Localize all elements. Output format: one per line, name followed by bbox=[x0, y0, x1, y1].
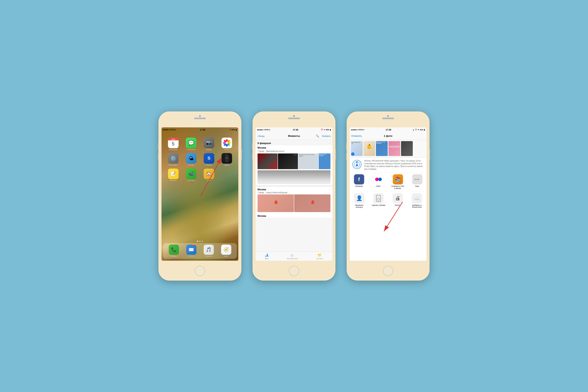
battery-2: 55% bbox=[326, 129, 329, 131]
airdrop-icon bbox=[352, 160, 362, 169]
music-app-icon: 🎵 bbox=[204, 244, 214, 255]
baby-emoji: 👶 bbox=[364, 144, 375, 150]
battery-icon: ▮ bbox=[236, 129, 237, 131]
signal-dots bbox=[163, 129, 170, 130]
cancel-button[interactable]: Отменить bbox=[351, 135, 362, 138]
dot-1 bbox=[197, 241, 198, 242]
share-flickr[interactable]: Flickr bbox=[372, 174, 385, 190]
text-overlay: Некоторые из тех, про тех, Такие найдены… bbox=[298, 154, 318, 157]
photo-thumb-1[interactable] bbox=[258, 154, 278, 169]
safari-label: Safari bbox=[224, 256, 228, 257]
tab-memories[interactable]: ▷ Воспоминания bbox=[287, 253, 298, 260]
home-button-1[interactable] bbox=[195, 266, 205, 276]
app-photos[interactable]: Фото bbox=[220, 138, 234, 151]
vol-up-btn[interactable] bbox=[158, 143, 159, 150]
battery-pct: 55% bbox=[232, 129, 235, 131]
messages-icon: 💬 bbox=[186, 138, 196, 148]
phone-2: YOTA ▾ 17:28 ⏰ ✦ 55% ▮ ‹ Назад Моменты bbox=[253, 112, 335, 280]
dock-mail[interactable]: ✉️ 25 340 Почта bbox=[185, 244, 198, 257]
tab-albums[interactable]: 📁 Альбомы bbox=[316, 253, 323, 260]
app-weather[interactable]: 🌤 Погода bbox=[184, 153, 198, 166]
rosegold-2[interactable]: 🍎 bbox=[294, 194, 330, 212]
home-label: Дом bbox=[207, 180, 210, 182]
action-wallpaper[interactable]: Сделать обоями bbox=[372, 193, 385, 208]
music-label: Музыка bbox=[206, 256, 212, 257]
section-chevron: › bbox=[330, 142, 330, 145]
select-button[interactable]: Выбрать bbox=[322, 135, 331, 137]
battery-3: 51% bbox=[420, 129, 423, 131]
app-settings[interactable]: ⚙️ Настройки bbox=[166, 153, 180, 166]
status-right-2: ⏰ ✦ 55% ▮ bbox=[321, 129, 331, 131]
time-2: 17:28 bbox=[293, 128, 298, 131]
search-icon-2[interactable]: 🔍 bbox=[316, 134, 319, 138]
photos-content: 6 февраля › Москва › 7 февр. · Дмитровск… bbox=[256, 140, 332, 252]
weather-icon: 🌤 bbox=[186, 153, 196, 164]
action-contact[interactable]: 👤 Присвоить контакту bbox=[352, 193, 366, 208]
vol-up-btn-2[interactable] bbox=[252, 143, 253, 150]
mail-badge: 25 340 bbox=[192, 244, 196, 246]
dock-safari[interactable]: 🧭 Safari bbox=[220, 244, 232, 257]
photo-thumb-2[interactable]: iPhone bbox=[278, 154, 298, 169]
print-icon: 🖨 bbox=[392, 193, 403, 204]
vol-up-btn-3[interactable] bbox=[346, 143, 347, 150]
app-messages[interactable]: 💬 Сообщения bbox=[184, 138, 198, 151]
calendar-icon: среда 5 bbox=[168, 138, 178, 148]
strip-thumb-3[interactable]: Welcome to our Breakfast bbox=[376, 141, 388, 156]
photo-strip: Некоторые из тех ✓ 👶 Welcome to our Brea… bbox=[350, 140, 426, 158]
action-print[interactable]: 🖨 Печать bbox=[391, 193, 404, 208]
shazam-icon: S bbox=[204, 153, 214, 164]
app-calendar[interactable]: среда 5 Календарь bbox=[166, 138, 180, 151]
facebook-icon: f bbox=[354, 174, 364, 184]
loc-sub-2: 7 февр. · улица Новослободская bbox=[256, 192, 332, 194]
strip-thumb-4[interactable]: АЮБАЮ bbox=[388, 141, 400, 156]
home-button-3[interactable] bbox=[383, 266, 393, 276]
share-ibooks[interactable]: 📚 Сохранить PDF в iBooks bbox=[391, 174, 405, 190]
screen-1: YOTA ▾ 17:26 ✦ 55% ▮ среда bbox=[162, 128, 238, 261]
share-more[interactable]: ••• Еще bbox=[410, 174, 424, 190]
action-icloud[interactable]: ☁️ Добавить в iCloud Drive bbox=[410, 193, 424, 208]
app-row-3: 📝 Заметки 📹 FaceTime 🏠 bbox=[164, 168, 236, 182]
share-facebook[interactable]: f Facebook bbox=[352, 174, 366, 190]
cal-header: среда bbox=[168, 138, 178, 140]
photo-thumb-3[interactable]: Некоторые из тех, про тех, Такие найдены… bbox=[298, 154, 318, 169]
power-btn[interactable] bbox=[241, 149, 242, 160]
photo-thumb-4[interactable]: Welcome to our Breakfast bbox=[319, 154, 330, 169]
app-empty-slot bbox=[220, 168, 234, 182]
airdrop-description: AirDrop. Мгновенный обмен данными с теми… bbox=[364, 160, 424, 170]
strip-thumb-1[interactable]: Некоторые из тех ✓ bbox=[351, 141, 362, 156]
power-btn-3[interactable] bbox=[429, 149, 430, 160]
power-btn-2[interactable] bbox=[335, 149, 336, 160]
snow-photo[interactable] bbox=[258, 170, 330, 184]
albums-tab-label: Альбомы bbox=[316, 258, 323, 260]
loc-header-1: Москва › bbox=[256, 146, 332, 150]
calendar-label: Календарь bbox=[169, 149, 178, 151]
section-3: Москва bbox=[256, 213, 332, 218]
mail-app-icon: ✉️ 25 340 bbox=[186, 244, 196, 255]
app-shazam[interactable]: S Shazam bbox=[202, 153, 216, 166]
vol-down-btn[interactable] bbox=[158, 153, 159, 160]
app-camera[interactable]: 📷 Камера bbox=[202, 138, 216, 151]
alarm-3: ⏰ bbox=[415, 129, 417, 131]
back-button[interactable]: ‹ Назад bbox=[257, 135, 264, 137]
ibooks-label: Сохранить PDF в iBooks bbox=[391, 185, 405, 190]
vol-down-btn-3[interactable] bbox=[346, 153, 347, 160]
alarm-icon: ⏰ bbox=[321, 129, 323, 131]
app-row-1: среда 5 Календарь 💬 Сообщения bbox=[164, 138, 236, 151]
tab-photos[interactable]: 🏞 Фото bbox=[265, 253, 268, 260]
more-icon: ••• bbox=[412, 174, 422, 184]
share-app: YOTA ▾ 17:38 ▲ ⏰ ✦ 51% ▮ Отменить 1 фото bbox=[350, 128, 426, 261]
app-notes[interactable]: 📝 Заметки bbox=[166, 168, 180, 182]
strip-thumb-2[interactable]: 👶 bbox=[364, 141, 375, 156]
dock-music[interactable]: 🎵 Музыка bbox=[202, 244, 215, 257]
strip-thumb-5[interactable] bbox=[401, 141, 413, 156]
app-facetime[interactable]: 📹 FaceTime bbox=[184, 168, 198, 182]
vol-down-btn-2[interactable] bbox=[252, 153, 253, 160]
camera-icon: 📷 bbox=[204, 138, 214, 148]
app-watch[interactable]: Watch bbox=[220, 153, 234, 166]
rosegold-1[interactable]: 🍎 bbox=[258, 194, 294, 212]
dock-phone[interactable]: 📞 Телефон bbox=[168, 244, 180, 257]
app-home[interactable]: 🏠 Дом bbox=[202, 168, 216, 182]
page-dots bbox=[162, 241, 238, 242]
strip-text-1: Некоторые из тех bbox=[351, 141, 362, 145]
home-button-2[interactable] bbox=[289, 266, 299, 276]
